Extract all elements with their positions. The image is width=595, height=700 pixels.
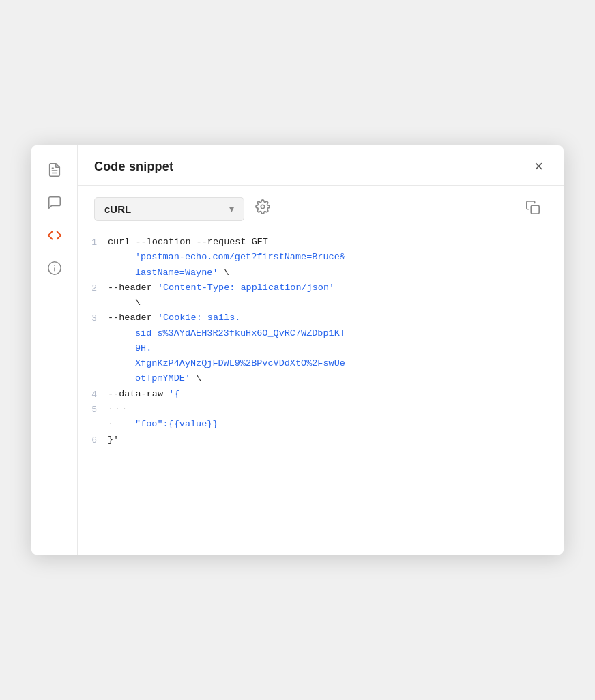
info-icon[interactable]: [41, 254, 68, 282]
modal: Code snippet × cURL ▾: [31, 145, 564, 555]
modal-title: Code snippet: [94, 160, 173, 174]
line-content-2: --header 'Content-Type: application/json…: [108, 280, 553, 311]
code-line-2: 2 --header 'Content-Type: application/js…: [89, 280, 553, 311]
language-select[interactable]: cURL ▾: [94, 197, 244, 221]
message-icon[interactable]: [41, 189, 68, 216]
settings-button[interactable]: [251, 195, 274, 222]
code-block: 1 curl --location --request GET 'postman…: [78, 235, 564, 448]
code-area: 1 curl --location --request GET 'postman…: [78, 229, 564, 555]
line-num-5: 5: [89, 402, 108, 417]
copy-button[interactable]: [519, 196, 547, 222]
line-num-2: 2: [89, 280, 108, 295]
modal-header: Code snippet ×: [78, 145, 564, 186]
copy-icon: [525, 200, 540, 215]
code-line-1: 1 curl --location --request GET 'postman…: [89, 235, 553, 280]
gear-icon: [255, 199, 270, 214]
line-content-6: }': [108, 433, 553, 448]
chevron-down-icon: ▾: [229, 203, 234, 214]
language-label: cURL: [104, 203, 224, 215]
code-line-5: 5 ····"foo":{{value}}: [89, 402, 553, 433]
svg-point-5: [261, 205, 265, 209]
line-content-5: ····"foo":{{value}}: [108, 402, 553, 433]
code-line-6: 6 }': [89, 433, 553, 448]
line-num-6: 6: [89, 433, 108, 448]
code-line-4: 4 --data-raw '{: [89, 387, 553, 402]
line-content-1: curl --location --request GET 'postman-e…: [108, 235, 553, 280]
line-num-1: 1: [89, 235, 108, 250]
document-icon[interactable]: [41, 156, 68, 184]
main-content: Code snippet × cURL ▾: [78, 145, 564, 555]
line-content-3: --header 'Cookie: sails. sid=s%3AYdAEH3R…: [108, 310, 553, 386]
line-num-3: 3: [89, 310, 108, 325]
code-icon[interactable]: [41, 222, 68, 249]
toolbar: cURL ▾: [78, 186, 564, 229]
svg-rect-6: [531, 205, 539, 214]
close-button[interactable]: ×: [530, 158, 547, 175]
code-line-3: 3 --header 'Cookie: sails. sid=s%3AYdAEH…: [89, 310, 553, 386]
line-content-4: --data-raw '{: [108, 387, 553, 402]
sidebar: [31, 145, 78, 555]
line-num-4: 4: [89, 387, 108, 402]
